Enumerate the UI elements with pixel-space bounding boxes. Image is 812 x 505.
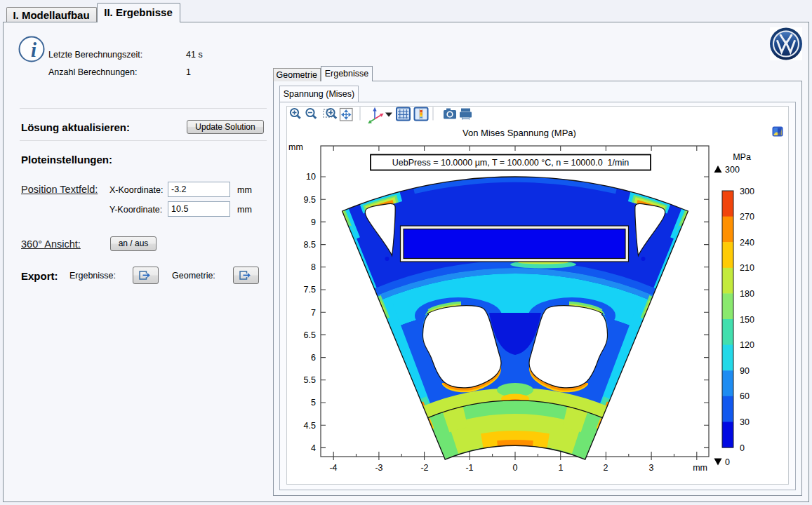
svg-text:-4: -4 <box>329 463 337 473</box>
svg-text:300: 300 <box>725 165 740 175</box>
svg-text:210: 210 <box>740 263 754 273</box>
svg-text:7: 7 <box>311 308 316 318</box>
svg-text:150: 150 <box>740 315 754 325</box>
svg-text:4.5: 4.5 <box>304 421 316 431</box>
svg-text:180: 180 <box>740 289 754 299</box>
svg-text:-2: -2 <box>420 463 428 473</box>
svg-text:3: 3 <box>649 463 654 473</box>
svg-text:7.5: 7.5 <box>304 285 316 295</box>
svg-text:8: 8 <box>311 262 316 272</box>
svg-text:mm: mm <box>288 142 303 152</box>
svg-text:30: 30 <box>740 417 750 427</box>
svg-text:-3: -3 <box>375 463 382 473</box>
svg-text:300: 300 <box>740 187 754 196</box>
svg-text:270: 270 <box>740 212 754 222</box>
svg-text:MPa: MPa <box>733 152 751 162</box>
svg-text:0: 0 <box>513 463 518 473</box>
svg-text:4: 4 <box>311 443 316 453</box>
svg-text:-1: -1 <box>465 463 473 473</box>
svg-text:240: 240 <box>740 238 754 248</box>
svg-text:10: 10 <box>306 172 316 182</box>
svg-text:UebPress = 10.0000 µm, T = 100: UebPress = 10.0000 µm, T = 100.000 °C, n… <box>392 158 629 168</box>
svg-text:90: 90 <box>740 366 750 376</box>
svg-text:mm: mm <box>693 463 707 473</box>
svg-text:Von Mises Spannung (MPa): Von Mises Spannung (MPa) <box>462 128 576 138</box>
svg-text:1: 1 <box>559 463 564 473</box>
svg-text:6: 6 <box>311 353 316 363</box>
svg-text:60: 60 <box>740 391 750 401</box>
svg-text:0: 0 <box>725 457 730 467</box>
svg-text:5.5: 5.5 <box>304 375 316 385</box>
svg-text:9: 9 <box>311 217 316 227</box>
svg-text:6.5: 6.5 <box>304 330 316 340</box>
svg-text:8.5: 8.5 <box>304 240 316 250</box>
svg-text:5: 5 <box>311 398 316 408</box>
svg-text:2: 2 <box>604 463 608 473</box>
svg-text:i: i <box>31 39 36 61</box>
svg-text:0: 0 <box>740 443 745 453</box>
svg-text:9.5: 9.5 <box>304 195 316 205</box>
svg-text:120: 120 <box>740 340 754 350</box>
